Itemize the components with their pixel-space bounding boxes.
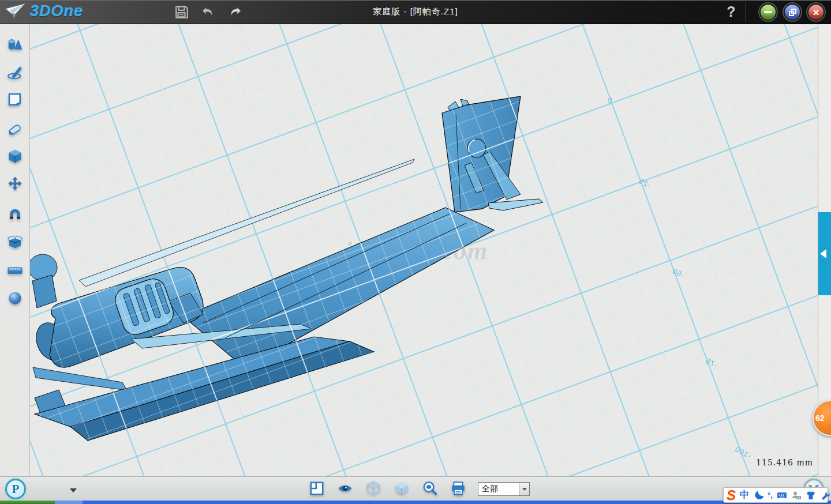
solid-display-button[interactable] xyxy=(393,480,410,498)
close-icon: × xyxy=(813,7,819,18)
sketch-pencil-icon xyxy=(6,63,24,81)
panel-expand-tab[interactable] xyxy=(818,212,831,295)
magnifier-icon xyxy=(422,480,438,497)
eraser-wedge-icon xyxy=(6,119,24,137)
tool-move[interactable] xyxy=(6,176,24,193)
ime-punctuation-toggle[interactable]: °, xyxy=(768,491,773,499)
arrow-left-icon xyxy=(820,249,826,258)
view-plane-button[interactable] xyxy=(308,480,325,498)
basic-solids-icon xyxy=(6,36,24,53)
window-title: 家庭版 - [阿帕奇.Z1] xyxy=(0,6,831,17)
view-plane-icon xyxy=(309,480,325,497)
badge-count: 62 xyxy=(815,413,825,423)
main-rotor-head xyxy=(28,254,57,281)
titlebar-separator xyxy=(746,2,746,22)
bottombar: P xyxy=(0,476,831,501)
ime-softkeyboard-button[interactable] xyxy=(777,490,787,501)
user-count: 14 xyxy=(796,495,800,499)
rotor-blade-tip xyxy=(33,367,127,390)
tool-sketch-draw[interactable] xyxy=(6,63,24,81)
tool-basic-edit[interactable] xyxy=(6,148,24,165)
ime-fullhalf-toggle[interactable] xyxy=(753,490,763,501)
help-button[interactable]: ? xyxy=(723,1,740,22)
cube-icon xyxy=(6,148,24,165)
tool-snap[interactable] xyxy=(6,205,24,222)
dropdown-arrow-button[interactable] xyxy=(519,483,529,495)
viewport-canvas[interactable]: i3DOne.com xyxy=(0,24,831,476)
magnet-icon xyxy=(6,205,24,222)
pattern-dropdown-caret[interactable] xyxy=(70,488,77,492)
solid-cube-icon xyxy=(394,480,410,497)
taskbar-start-sliver xyxy=(0,501,55,504)
tool-measure[interactable] xyxy=(6,261,24,279)
display-filter-value: 全部 xyxy=(478,484,519,494)
display-filter-dropdown[interactable]: 全部 xyxy=(478,482,530,496)
app-window: 3DOne 家庭版 - [阿帕奇.Z1 xyxy=(0,0,831,504)
wireframe-cube-icon xyxy=(365,480,381,497)
restore-button[interactable] xyxy=(784,3,801,21)
ruler-icon xyxy=(6,261,24,279)
stub-wing-side xyxy=(70,341,374,441)
tool-material-render[interactable] xyxy=(6,289,24,307)
ime-account-button[interactable]: 14 xyxy=(791,490,802,501)
open-box-icon xyxy=(6,233,24,250)
close-button[interactable]: × xyxy=(807,3,825,21)
keyboard-icon xyxy=(777,490,787,501)
tool-sketch-edit[interactable] xyxy=(6,91,24,108)
wrench-icon xyxy=(820,490,830,501)
tool-combine[interactable] xyxy=(6,233,24,250)
tool-special-features[interactable] xyxy=(6,119,24,137)
wireframe-display-button[interactable] xyxy=(365,480,382,498)
ime-toolbar: S 中 °, 14 xyxy=(723,487,828,503)
shirt-icon xyxy=(806,490,816,501)
taskbar-segment xyxy=(55,501,83,504)
coordinate-readout: 115.416 mm xyxy=(756,458,813,467)
chevron-down-icon xyxy=(522,488,527,491)
tool-basic-solids[interactable] xyxy=(6,36,24,53)
minimize-button[interactable] xyxy=(759,3,777,21)
view-toolbar: 全部 xyxy=(308,477,530,501)
ime-skin-button[interactable] xyxy=(806,490,816,501)
print-button[interactable] xyxy=(450,480,467,498)
model-3d-apache[interactable] xyxy=(0,24,831,476)
user-icon: 14 xyxy=(791,490,802,501)
printer-icon xyxy=(450,480,466,497)
minimize-icon xyxy=(764,11,772,13)
sketch-plane-icon xyxy=(6,91,24,108)
eye-icon xyxy=(337,480,353,497)
pattern-button[interactable]: P xyxy=(5,479,26,499)
rotor-mast xyxy=(32,275,57,308)
restore-icon xyxy=(789,9,796,16)
boom-ridge xyxy=(225,223,466,338)
ime-settings-button[interactable] xyxy=(820,490,830,501)
move-arrows-icon xyxy=(6,176,24,193)
os-taskbar-sliver xyxy=(0,501,831,504)
titlebar: 3DOne 家庭版 - [阿帕奇.Z1 xyxy=(0,0,831,24)
visibility-button[interactable] xyxy=(336,480,354,498)
ime-language-toggle[interactable]: 中 xyxy=(740,489,749,501)
moon-icon xyxy=(753,490,763,501)
sogou-logo[interactable]: S xyxy=(727,488,736,502)
tool-sidebar xyxy=(0,24,30,476)
zoom-button[interactable] xyxy=(421,480,439,498)
sphere-icon xyxy=(6,289,24,307)
